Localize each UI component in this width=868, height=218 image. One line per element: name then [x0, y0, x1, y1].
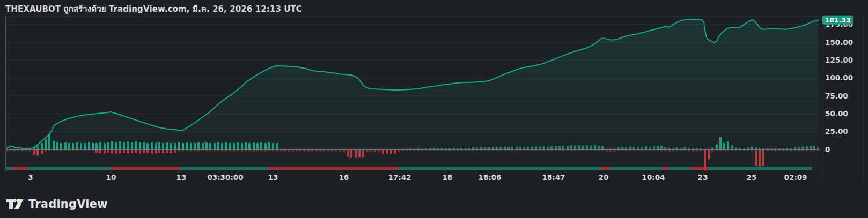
histogram-bar-down — [268, 150, 270, 151]
histogram-bar-down — [547, 150, 549, 151]
histogram-bar-down — [504, 150, 506, 151]
histogram-bar-up — [574, 146, 576, 149]
histogram-bar-down — [625, 150, 627, 151]
histogram-bar-down — [366, 150, 369, 152]
histogram-bar-down — [146, 150, 149, 153]
histogram-bar-down — [786, 150, 788, 151]
chart-title: THEXAUBOT ถูกสร้างด้วย TradingView.com, … — [5, 3, 302, 16]
histogram-bar-down — [794, 150, 796, 151]
histogram-bar-down — [323, 150, 325, 152]
histogram-bar-up — [45, 139, 47, 149]
histogram-bar-down — [601, 150, 604, 151]
histogram-bar-up — [637, 147, 639, 149]
time-axis-label: 18:06 — [479, 173, 502, 182]
price-axis-label: 100.00 — [825, 73, 853, 82]
histogram-bar-down — [197, 150, 200, 151]
histogram-bar-up — [64, 142, 67, 149]
histogram-bar-down — [480, 150, 482, 151]
histogram-bar-up — [535, 146, 537, 149]
histogram-bar-down — [53, 150, 55, 151]
histogram-bar-down — [355, 150, 357, 158]
histogram-bar-down — [64, 150, 67, 151]
time-axis-label: 16 — [339, 173, 349, 182]
tradingview-logo-icon — [6, 197, 24, 211]
time-axis-label: 02:09 — [784, 173, 807, 182]
histogram-bar-down — [29, 150, 31, 152]
position-strip-down — [601, 167, 610, 170]
histogram-bar-up — [817, 147, 819, 149]
position-strip-up — [180, 167, 268, 170]
histogram-bar-down — [692, 150, 694, 152]
histogram-bar-down — [331, 150, 333, 152]
histogram-bar-down — [609, 150, 612, 152]
histogram-bar-down — [343, 150, 345, 152]
histogram-bar-up — [716, 145, 718, 149]
histogram-bar-up — [519, 147, 521, 149]
histogram-bar-down — [123, 150, 125, 153]
position-strip-down — [13, 167, 28, 170]
position-strip-up — [28, 167, 111, 170]
histogram-bar-up — [590, 146, 592, 149]
histogram-bar-down — [205, 150, 208, 151]
histogram-bar-down — [151, 150, 153, 154]
histogram-bar-up — [276, 143, 278, 149]
histogram-bar-down — [696, 150, 698, 152]
histogram-bar-down — [747, 150, 749, 151]
histogram-bar-up — [229, 143, 231, 149]
histogram-bar-down — [708, 150, 710, 159]
histogram-bar-up — [56, 142, 58, 149]
histogram-bar-down — [406, 150, 408, 151]
histogram-bar-down — [292, 150, 294, 152]
histogram-bar-down — [72, 150, 74, 151]
position-strip-up — [6, 167, 13, 170]
histogram-bar-down — [253, 150, 255, 152]
histogram-bar-down — [437, 150, 439, 151]
last-price-badge-text: 181.33 — [825, 16, 850, 24]
histogram-bar-up — [543, 146, 545, 149]
histogram-bar-up — [601, 146, 604, 149]
histogram-bar-up — [582, 146, 584, 149]
histogram-bar-down — [131, 150, 133, 153]
histogram-bar-up — [72, 143, 74, 149]
histogram-bar-down — [700, 150, 702, 151]
histogram-bar-up — [99, 142, 101, 149]
histogram-bar-up — [166, 142, 168, 149]
histogram-bar-up — [801, 147, 804, 149]
histogram-bar-up — [539, 147, 541, 149]
histogram-bar-down — [174, 150, 176, 153]
histogram-bar-down — [68, 150, 70, 151]
tradingview-branding[interactable]: TradingView — [6, 197, 108, 211]
histogram-bar-up — [547, 147, 549, 149]
histogram-bar-down — [637, 150, 639, 151]
histogram-bar-up — [268, 142, 270, 149]
histogram-bar-down — [115, 150, 117, 154]
histogram-bar-up — [272, 143, 274, 149]
histogram-bar-up — [641, 147, 643, 149]
histogram-bar-up — [135, 141, 137, 149]
histogram-bar-down — [613, 150, 615, 152]
histogram-bar-down — [80, 150, 82, 151]
histogram-bar-down — [598, 150, 600, 151]
histogram-bar-down — [817, 150, 819, 151]
histogram-bar-down — [519, 150, 521, 151]
histogram-bar-up — [555, 146, 557, 149]
histogram-bar-down — [41, 150, 43, 154]
histogram-bar-down — [143, 150, 145, 153]
position-strip-up — [669, 167, 690, 170]
histogram-bar-down — [731, 150, 733, 151]
histogram-bar-down — [617, 150, 620, 151]
histogram-bar-down — [358, 150, 361, 157]
histogram-bar-down — [751, 150, 753, 151]
histogram-bar-up — [570, 145, 572, 149]
time-axis-label: 10 — [106, 173, 116, 182]
histogram-bar-down — [472, 150, 474, 151]
histogram-bar-down — [507, 150, 510, 151]
histogram-bar-up — [751, 147, 753, 149]
histogram-bar-down — [457, 150, 459, 151]
histogram-bar-down — [735, 150, 737, 151]
histogram-bar-down — [13, 150, 16, 151]
histogram-bar-up — [562, 146, 564, 149]
histogram-bar-down — [311, 150, 313, 152]
histogram-bar-up — [731, 145, 733, 149]
histogram-bar-down — [767, 150, 769, 151]
